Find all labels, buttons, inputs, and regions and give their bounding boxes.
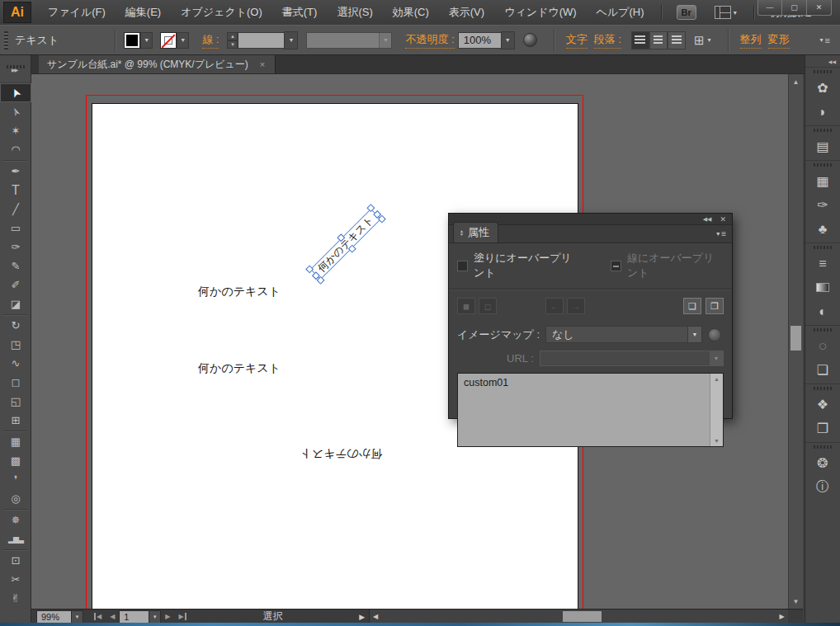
tab-close-icon[interactable]: × <box>260 59 265 69</box>
menu-select[interactable]: 選択(S) <box>327 0 382 25</box>
artboard-dropdown[interactable]: ▼ <box>149 610 161 624</box>
scroll-up-icon[interactable]: ▲ <box>789 76 803 87</box>
bridge-button[interactable]: Br <box>677 5 696 20</box>
fill-color-swatch[interactable] <box>124 32 140 49</box>
reverse-path-on-button[interactable]: → <box>567 298 585 314</box>
perspective-grid-tool[interactable]: ⊞ <box>0 411 31 430</box>
vertical-scrollbar[interactable]: ▲ ▼ <box>788 74 803 609</box>
paintbrush-tool[interactable]: ✑ <box>0 238 31 257</box>
slice-tool[interactable]: ✂ <box>0 570 31 589</box>
transform-panel-link[interactable]: 変形 <box>768 32 790 49</box>
width-profile-select[interactable]: ▼ <box>306 32 392 49</box>
symbols-panel-button[interactable]: ♣ <box>805 217 840 241</box>
last-artboard-button[interactable]: ▶ <box>174 613 190 620</box>
graphic-styles-panel-button[interactable]: ❏ <box>805 358 840 382</box>
note-textarea[interactable]: custom01 ▲ ▼ <box>457 373 724 447</box>
pencil-tool[interactable]: ✎ <box>0 257 31 275</box>
menu-view[interactable]: 表示(V) <box>439 0 494 25</box>
horizontal-scrollbar[interactable]: ◀ ▶ <box>369 610 788 624</box>
eyedropper-tool[interactable]: ❜ <box>0 470 31 489</box>
eraser-tool[interactable]: ◪ <box>0 294 31 313</box>
arrange-documents-button[interactable]: ▾ <box>715 6 737 19</box>
info-panel-button[interactable]: ⓘ <box>805 475 840 499</box>
artboards-panel-button[interactable]: ❐ <box>805 417 840 440</box>
paragraph-panel-link[interactable]: 段落 : <box>594 32 621 49</box>
maximize-button[interactable]: ▢ <box>782 0 807 16</box>
document-info-panel-button[interactable]: ▤ <box>805 134 840 158</box>
nonzero-fill-rule-button[interactable]: ❏ <box>683 298 701 314</box>
color-panel-button[interactable]: ✿ <box>805 76 840 100</box>
canvas[interactable]: 何かのテキスト 何かのテキスト 何かのテキスト 何かのテキスト ◀◀ ✕ ▲ <box>31 74 788 609</box>
direct-selection-tool[interactable]: ➢ <box>0 102 31 121</box>
gripper-icon[interactable] <box>814 70 832 73</box>
stroke-weight-stepper[interactable]: ▲ ▼ <box>227 32 238 49</box>
color-guide-panel-button[interactable]: ◗ <box>805 100 840 124</box>
blend-tool[interactable]: ◎ <box>0 489 31 508</box>
opacity-panel-link[interactable]: 不透明度 : <box>405 32 454 49</box>
brushes-panel-button[interactable]: ✑ <box>805 193 840 217</box>
text-object-flipped[interactable]: 何かのテキスト <box>300 446 382 461</box>
align-center-button[interactable] <box>649 31 668 49</box>
opacity-dropdown[interactable]: ▼ <box>501 31 515 49</box>
stroke-panel-button[interactable]: ≡ <box>805 252 840 275</box>
mesh-tool[interactable]: ▦ <box>0 432 31 451</box>
stepper-down-icon[interactable]: ▼ <box>227 40 238 49</box>
image-map-select[interactable]: なし ▼ <box>545 326 702 343</box>
swatches-panel-button[interactable]: ▦ <box>805 169 840 193</box>
stepper-up-icon[interactable]: ▲ <box>227 32 238 40</box>
stroke-weight-dropdown[interactable]: ▼ <box>284 31 298 49</box>
column-graph-tool[interactable]: ▂▆▃ <box>0 530 31 548</box>
gripper-icon[interactable] <box>814 445 832 449</box>
width-tool[interactable]: ∿ <box>0 354 31 373</box>
layers-panel-button[interactable]: ❖ <box>805 393 840 417</box>
scroll-left-icon[interactable]: ◀ <box>370 613 382 620</box>
rotate-tool[interactable]: ↻ <box>0 316 31 335</box>
menu-object[interactable]: オブジェクト(O) <box>171 0 272 25</box>
recolor-artwork-icon[interactable] <box>523 33 537 47</box>
artboard-tool[interactable]: ⊡ <box>0 551 31 570</box>
gradient-panel-button[interactable] <box>805 275 840 299</box>
hide-center-button[interactable]: ◻ <box>479 298 497 314</box>
selection-tool[interactable]: ➤ <box>0 83 31 102</box>
type-tool[interactable]: T <box>0 181 31 200</box>
close-panel-icon[interactable]: ✕ <box>720 215 726 224</box>
document-tab[interactable]: サンプル台紙.ai* @ 99% (CMYK/プレビュー) × <box>39 55 276 73</box>
next-artboard-button[interactable]: ▶ <box>161 613 174 620</box>
vertical-scroll-thumb[interactable] <box>790 326 801 351</box>
show-center-button[interactable]: ◼ <box>457 298 475 314</box>
envelope-distort-button[interactable]: ⊞ ▾ <box>694 33 711 48</box>
menu-help[interactable]: ヘルプ(H) <box>587 0 654 25</box>
gripper-icon[interactable] <box>814 328 832 332</box>
align-panel-link[interactable]: 整列 <box>740 32 762 49</box>
panel-menu-button[interactable]: ▾ ≡ <box>716 229 726 238</box>
dock-collapse-button[interactable]: ◀◀ <box>805 55 840 68</box>
stroke-panel-link[interactable]: 線 : <box>202 32 219 49</box>
opacity-input[interactable]: 100% <box>458 32 501 49</box>
menu-window[interactable]: ウィンドウ(W) <box>494 0 586 25</box>
scroll-down-icon[interactable]: ▼ <box>789 595 803 607</box>
scroll-up-icon[interactable]: ▲ <box>714 376 720 382</box>
text-object[interactable]: 何かのテキスト <box>198 361 281 376</box>
stroke-color-dropdown[interactable]: ▼ <box>177 32 189 49</box>
pen-tool[interactable]: ✒ <box>0 162 31 181</box>
zoom-level-field[interactable]: 99% <box>36 610 71 624</box>
reverse-path-off-button[interactable]: ← <box>545 298 564 314</box>
align-left-button[interactable] <box>631 31 649 49</box>
stroke-color-swatch[interactable] <box>160 32 177 49</box>
artboard-number-field[interactable]: 1 <box>119 610 149 624</box>
previous-artboard-button[interactable]: ◀ <box>106 613 119 620</box>
close-button[interactable]: ✕ <box>807 0 832 16</box>
status-menu-button[interactable]: ▶ <box>356 613 369 621</box>
note-scrollbar[interactable]: ▲ ▼ <box>710 374 723 446</box>
menu-type[interactable]: 書式(T) <box>272 0 328 25</box>
transparency-panel-button[interactable]: ◐ <box>805 299 840 323</box>
scale-tool[interactable]: ◳ <box>0 335 31 354</box>
line-segment-tool[interactable]: ╱ <box>0 200 31 219</box>
horizontal-scroll-track[interactable] <box>382 610 776 624</box>
gripper-icon[interactable] <box>814 246 832 249</box>
navigator-panel-button[interactable]: ❂ <box>805 451 840 475</box>
scroll-right-icon[interactable]: ▶ <box>776 613 788 620</box>
stroke-weight-input[interactable] <box>238 32 284 49</box>
gripper-icon[interactable] <box>814 163 832 167</box>
hand-tool[interactable]: ✌ <box>0 589 31 608</box>
